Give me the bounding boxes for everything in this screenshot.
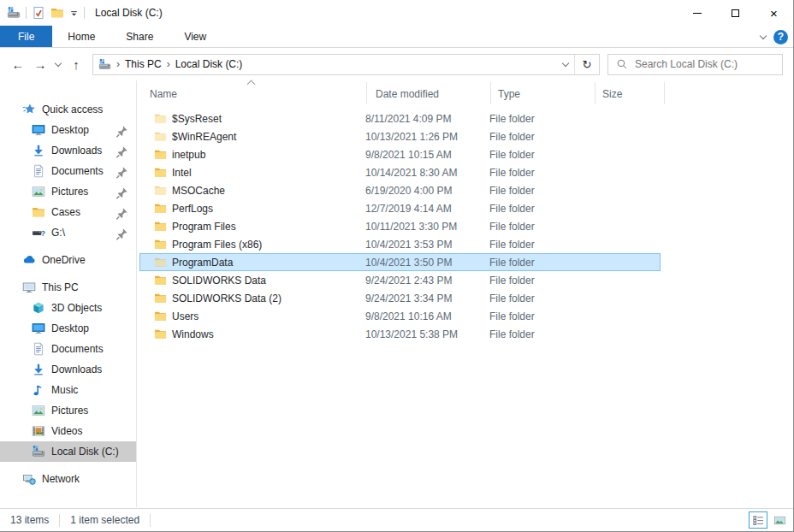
sidebar-item-pictures[interactable]: Pictures	[0, 400, 136, 421]
address-row: ← → ↑ ›This PC›Local Disk (C:) ↻	[0, 48, 793, 80]
sidebar-item-downloads[interactable]: Downloads	[0, 140, 136, 161]
refresh-icon[interactable]: ↻	[575, 55, 599, 74]
file-name: $SysReset	[172, 113, 222, 125]
svg-text:?: ?	[41, 229, 45, 238]
sidebar-item-3d-objects[interactable]: 3D Objects	[0, 298, 136, 318]
sidebar-item-videos[interactable]: Videos	[0, 421, 136, 441]
file-date-cell: 8/11/2021 4:09 PM	[365, 113, 489, 125]
sidebar-item-pictures[interactable]: Pictures	[0, 181, 136, 202]
pin-icon	[115, 125, 129, 139]
folder-icon	[154, 130, 167, 143]
sidebar-item-music[interactable]: Music	[0, 380, 136, 400]
file-row[interactable]: inetpub9/8/2021 10:15 AMFile folder	[139, 145, 661, 163]
sidebar-item-label: Cases	[51, 206, 80, 218]
tab-home[interactable]: Home	[52, 26, 110, 47]
folder-icon	[154, 256, 167, 269]
details-view-button[interactable]	[749, 511, 767, 529]
back-button[interactable]: ←	[7, 53, 29, 75]
tab-share[interactable]: Share	[110, 26, 169, 47]
file-date-cell: 10/11/2021 3:30 PM	[365, 221, 489, 233]
column-header-name[interactable]: Name	[137, 82, 367, 104]
file-row[interactable]: Users9/8/2021 10:16 AMFile folder	[139, 307, 661, 325]
downloads-icon	[32, 363, 46, 376]
drive-icon	[7, 6, 21, 20]
quick-access-toolbar: Local Disk (C:)	[0, 6, 163, 20]
recent-locations-icon[interactable]	[51, 53, 65, 75]
help-icon[interactable]: ?	[773, 30, 788, 44]
file-row[interactable]: PerfLogs12/7/2019 4:14 AMFile folder	[139, 199, 661, 217]
column-header-type[interactable]: Type	[491, 82, 596, 104]
file-type-cell: File folder	[489, 221, 594, 233]
ribbon-right-controls: ?	[761, 26, 788, 48]
file-date-cell: 9/24/2021 3:34 PM	[365, 293, 489, 304]
document-icon	[32, 342, 46, 356]
sidebar-item-desktop[interactable]: Desktop	[0, 318, 136, 339]
sidebar-item-documents[interactable]: Documents	[0, 339, 136, 359]
file-type-cell: File folder	[489, 203, 594, 215]
file-name-cell: Windows	[140, 328, 365, 340]
file-row[interactable]: MSOCache6/19/2020 4:00 PMFile folder	[139, 181, 661, 199]
file-name-cell: PerfLogs	[140, 202, 365, 215]
file-name: SOLIDWORKS Data	[172, 275, 266, 287]
items-count: 13 items	[0, 514, 59, 526]
chevron-down-icon[interactable]	[760, 32, 767, 38]
file-row[interactable]: Windows10/13/2021 5:38 PMFile folder	[139, 325, 661, 343]
sidebar-item-network[interactable]: Network	[0, 469, 136, 489]
file-row[interactable]: $WinREAgent10/13/2021 1:26 PMFile folder	[139, 127, 661, 145]
view-thumb-icon	[773, 514, 786, 527]
file-date-cell: 9/8/2021 10:16 AM	[365, 310, 489, 322]
sidebar-item-onedrive[interactable]: OneDrive	[0, 250, 136, 270]
sidebar-item-label: This PC	[42, 281, 79, 293]
forward-button[interactable]: →	[29, 53, 51, 75]
address-dropdown-icon[interactable]	[556, 55, 575, 74]
window-controls: ×	[678, 0, 793, 26]
sidebar-item-label: Downloads	[51, 145, 102, 157]
file-row[interactable]: Intel10/14/2021 8:30 AMFile folder	[139, 163, 661, 181]
file-name: ProgramData	[172, 257, 233, 269]
sidebar-item-g[interactable]: ?G:\	[0, 222, 136, 243]
sidebar-item-desktop[interactable]: Desktop	[0, 120, 136, 140]
toolbar-separator	[26, 7, 27, 19]
customize-dropdown-icon[interactable]	[69, 9, 79, 18]
close-button[interactable]: ×	[755, 0, 793, 26]
breadcrumb-this-pc[interactable]: This PC	[125, 58, 162, 70]
file-date-cell: 10/13/2021 5:38 PM	[365, 328, 489, 340]
file-name: Windows	[172, 328, 214, 340]
maximize-button[interactable]	[716, 0, 755, 26]
tab-view[interactable]: View	[169, 26, 222, 47]
sidebar-item-this-pc[interactable]: This PC	[0, 277, 136, 298]
sidebar-item-documents[interactable]: Documents	[0, 161, 136, 181]
new-folder-icon[interactable]	[50, 6, 64, 20]
file-row[interactable]: SOLIDWORKS Data9/24/2021 2:43 PMFile fol…	[139, 271, 661, 289]
thumbnail-view-button[interactable]	[770, 511, 789, 529]
document-icon	[32, 164, 46, 178]
column-header-date-modified[interactable]: Date modified	[367, 82, 491, 104]
up-button[interactable]: ↑	[65, 53, 87, 75]
search-input[interactable]	[635, 58, 772, 70]
file-row[interactable]: Program Files10/11/2021 3:30 PMFile fold…	[139, 217, 661, 235]
address-bar[interactable]: ›This PC›Local Disk (C:) ↻	[92, 54, 600, 75]
breadcrumb-separator-icon: ›	[111, 58, 125, 70]
column-header-size[interactable]: Size	[596, 82, 665, 104]
file-row[interactable]: $SysReset8/11/2021 4:09 PMFile folder	[139, 109, 661, 127]
sidebar-item-cases[interactable]: Cases	[0, 202, 136, 222]
search-box[interactable]	[607, 54, 783, 75]
cube-icon	[32, 301, 46, 315]
sidebar-item-label: 3D Objects	[51, 302, 102, 314]
folder-icon	[154, 166, 167, 179]
properties-icon[interactable]	[32, 6, 45, 20]
sidebar-item-downloads[interactable]: Downloads	[0, 359, 136, 380]
file-name-cell: $WinREAgent	[140, 130, 365, 143]
sidebar-item-quick-access[interactable]: Quick access	[0, 99, 136, 120]
pin-icon	[115, 166, 129, 180]
minimize-button[interactable]	[678, 0, 716, 26]
file-row[interactable]: SOLIDWORKS Data (2)9/24/2021 3:34 PMFile…	[139, 289, 661, 307]
downloads-icon	[32, 144, 46, 157]
tab-file[interactable]: File	[0, 26, 52, 47]
address-bar-controls: ↻	[556, 55, 599, 74]
file-name-cell: Intel	[140, 166, 365, 179]
file-row[interactable]: ProgramData10/4/2021 3:50 PMFile folder	[139, 253, 661, 271]
file-row[interactable]: Program Files (x86)10/4/2021 3:53 PMFile…	[139, 235, 661, 253]
sidebar-item-local-disk-c[interactable]: Local Disk (C:)	[0, 441, 136, 462]
breadcrumb-local-disk-c[interactable]: Local Disk (C:)	[175, 58, 243, 70]
